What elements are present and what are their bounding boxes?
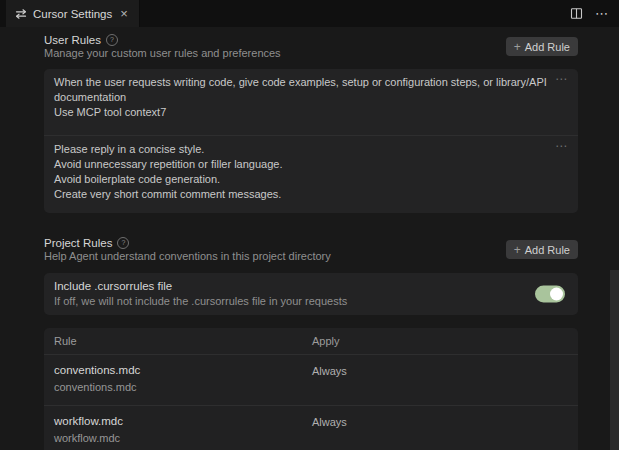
project-rules-header: Project Rules ? Help Agent understand co…: [44, 237, 578, 262]
rule-text: When the user requests writing code, giv…: [54, 75, 554, 120]
tab-cursor-settings[interactable]: Cursor Settings ×: [6, 0, 140, 27]
plus-icon: +: [514, 244, 521, 256]
project-rules-subtitle: Help Agent understand conventions in thi…: [44, 250, 331, 262]
column-header-apply: Apply: [312, 335, 568, 347]
column-header-rule: Rule: [54, 335, 312, 347]
tab-title: Cursor Settings: [33, 8, 112, 20]
add-rule-label: Add Rule: [525, 41, 570, 53]
editor-tab-bar: Cursor Settings × ⋯: [0, 0, 619, 27]
add-project-rule-button[interactable]: + Add Rule: [506, 240, 578, 259]
cursorrules-toggle[interactable]: [535, 286, 565, 303]
user-rules-list: When the user requests writing code, giv…: [44, 69, 578, 213]
include-cursorrules-card: Include .cursorrules file If off, we wil…: [44, 273, 578, 315]
more-actions-icon[interactable]: ⋯: [595, 7, 609, 20]
user-rules-subtitle: Manage your custom user rules and prefer…: [44, 47, 281, 59]
rule-name: workflow.mdc: [54, 415, 312, 427]
close-tab-icon[interactable]: ×: [118, 6, 130, 21]
rule-more-icon[interactable]: ⋯: [555, 140, 568, 152]
table-header: Rule Apply: [44, 328, 578, 355]
rule-description: conventions.mdc: [54, 381, 312, 393]
rule-apply-mode: Always: [312, 415, 568, 444]
rule-text: Please reply in a concise style. Avoid u…: [54, 142, 554, 202]
user-rule-item[interactable]: When the user requests writing code, giv…: [44, 69, 578, 135]
editor-actions: ⋯: [570, 0, 619, 27]
rule-more-icon[interactable]: ⋯: [555, 73, 568, 85]
include-cursorrules-description: If off, we will not include the .cursorr…: [54, 295, 524, 307]
user-rule-item[interactable]: Please reply in a concise style. Avoid u…: [44, 135, 578, 213]
project-rules-title: Project Rules: [44, 237, 112, 249]
help-icon[interactable]: ?: [117, 237, 129, 249]
table-row[interactable]: workflow.mdc workflow.mdc Always: [44, 405, 578, 450]
rule-description: workflow.mdc: [54, 432, 312, 444]
rule-name: conventions.mdc: [54, 364, 312, 376]
include-cursorrules-title: Include .cursorrules file: [54, 280, 568, 292]
add-rule-label: Add Rule: [525, 244, 570, 256]
plus-icon: +: [514, 41, 521, 53]
rule-apply-mode: Always: [312, 364, 568, 393]
cursor-settings-icon: [15, 8, 27, 20]
add-user-rule-button[interactable]: + Add Rule: [506, 37, 578, 56]
scrollbar[interactable]: [610, 270, 619, 450]
table-row[interactable]: conventions.mdc conventions.mdc Always: [44, 355, 578, 405]
cursor-settings-window: Cursor Settings × ⋯ User Rules ?: [0, 0, 619, 450]
split-editor-icon[interactable]: [570, 7, 583, 20]
help-icon[interactable]: ?: [106, 34, 118, 46]
user-rules-header: User Rules ? Manage your custom user rul…: [44, 27, 578, 59]
project-rules-table: Rule Apply conventions.mdc conventions.m…: [44, 328, 578, 450]
toggle-knob: [550, 288, 563, 301]
settings-content: User Rules ? Manage your custom user rul…: [0, 27, 619, 450]
user-rules-title: User Rules: [44, 34, 101, 46]
